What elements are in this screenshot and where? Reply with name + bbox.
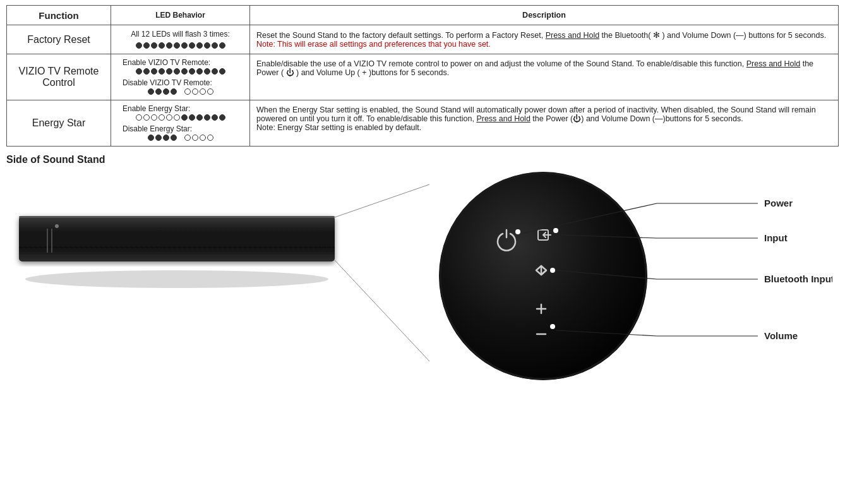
led-dot [181,114,188,121]
led-dot [171,135,177,141]
led-disable-label-es: Disable Energy Star: [116,124,244,133]
led-dot [219,68,225,75]
svg-point-14 [553,228,558,233]
table-row-energy-star: Energy Star Enable Energy Star: [7,100,839,147]
svg-point-3 [55,224,59,228]
led-dots-factory [116,42,244,49]
led-gap [178,88,183,95]
led-dot [189,114,195,121]
led-dot [163,135,169,141]
functions-table: Function LED Behavior Description Factor… [6,5,839,147]
led-dot [204,42,210,49]
led-dot [200,135,206,141]
led-dot [174,68,180,75]
led-dot [192,135,198,141]
led-dot [136,42,142,49]
led-dot [171,88,177,95]
svg-point-0 [25,270,328,288]
svg-point-19 [550,324,555,329]
led-dot [200,88,206,95]
led-dot [159,42,165,49]
led-dot [181,42,188,49]
led-dot [174,42,180,49]
led-dot [184,135,191,141]
side-diagram: Power Input Bluetooth Input Volume [0,165,832,399]
led-title-factory: All 12 LEDs will flash 3 times: [116,30,244,39]
led-dot [204,114,210,121]
svg-point-15 [550,268,555,273]
led-dot [148,135,154,141]
led-dot [207,88,213,95]
led-dot [163,88,169,95]
led-dot [155,135,162,141]
led-disable-label-tv: Disable VIZIO TV Remote: [116,78,244,87]
led-dot [143,114,150,121]
led-dot [159,114,165,121]
led-dot [136,68,142,75]
desc-energy-star: When the Energy Star setting is enabled,… [250,100,839,147]
header-description: Description [250,6,839,25]
led-energy-star: Enable Energy Star: [111,100,250,147]
led-dots-enable-tv [116,68,244,75]
led-dot [192,88,198,95]
function-factory-reset: Factory Reset [7,25,111,54]
power-label: Power [764,198,793,208]
led-dot [151,68,157,75]
led-dot [166,42,172,49]
svg-rect-1 [19,216,335,261]
header-led: LED Behavior [111,6,250,25]
led-dot [151,114,157,121]
table-row-vizio-tv: VIZIO TV Remote Control Enable VIZIO TV … [7,54,839,100]
led-gap [178,135,183,141]
led-dot [196,68,203,75]
led-dots-disable-tv [116,88,244,95]
table-section: Function LED Behavior Description Factor… [0,0,845,147]
svg-line-6 [335,184,429,217]
function-energy-star: Energy Star [7,100,111,147]
led-dot [184,88,191,95]
volume-label: Volume [764,330,798,341]
led-dots-enable-es [116,114,244,121]
svg-line-7 [335,260,429,361]
desc-vizio-tv: Enable/disable the use of a VIZIO TV rem… [250,54,839,100]
bottom-section: Side of Sound Stand [0,147,845,393]
led-dot [207,135,213,141]
bluetooth-label: Bluetooth Input [764,273,832,284]
led-dot [219,42,225,49]
header-function: Function [7,6,111,25]
side-title: Side of Sound Stand [6,154,839,165]
led-dot [204,68,210,75]
led-dot [143,42,150,49]
svg-point-11 [515,229,520,234]
input-label: Input [764,232,788,243]
led-dot [159,68,165,75]
led-dot [212,114,218,121]
led-dot [189,68,195,75]
led-dots-disable-es [116,135,244,141]
led-vizio-tv: Enable VIZIO TV Remote: [111,54,250,100]
led-dot [189,42,195,49]
desc-factory-reset: Reset the Sound Stand to the factory def… [250,25,839,54]
svg-rect-2 [19,216,335,218]
led-factory-reset: All 12 LEDs will flash 3 times: [111,25,250,54]
led-dot [196,114,203,121]
led-dot [212,42,218,49]
led-dot [148,88,154,95]
led-enable-label-tv: Enable VIZIO TV Remote: [116,58,244,67]
led-dot [181,68,188,75]
function-vizio-tv: VIZIO TV Remote Control [7,54,111,100]
led-dot [219,114,225,121]
led-dot [166,68,172,75]
led-dot [196,42,203,49]
led-dot [155,88,162,95]
table-row-factory-reset: Factory Reset All 12 LEDs will flash 3 t… [7,25,839,54]
led-dot [166,114,172,121]
led-dot [174,114,180,121]
led-dot [212,68,218,75]
led-enable-label-es: Enable Energy Star: [116,104,244,113]
led-dot [136,114,142,121]
led-dot [151,42,157,49]
led-dot [143,68,150,75]
